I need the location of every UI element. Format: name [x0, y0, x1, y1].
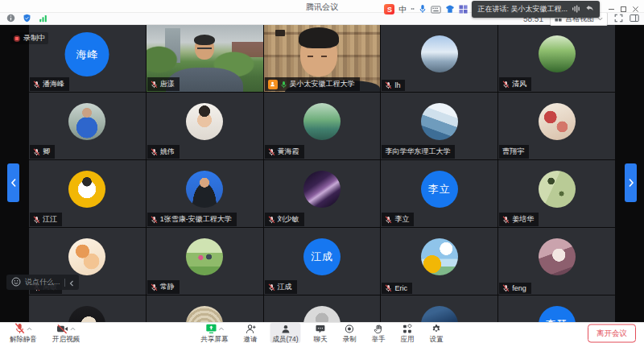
participant-tile[interactable]	[381, 295, 497, 322]
meeting-info-icon[interactable]	[6, 11, 15, 26]
raise-hand-icon	[374, 324, 384, 334]
ime-skin-icon[interactable]	[445, 2, 455, 17]
mic-muted-icon	[151, 216, 158, 224]
participant-tile[interactable]: 姜培华	[498, 160, 615, 227]
participant-grid: 海峰潘海峰唐漾吴小太安徽工程大学lh清风卿姚伟黄海霞李向学华东理工大学曹翔宇江江…	[29, 25, 615, 322]
chevron-up-icon[interactable]	[218, 327, 224, 331]
mic-muted-icon	[151, 283, 158, 291]
participant-tile[interactable]	[264, 295, 381, 322]
participant-tile[interactable]: 清风	[498, 25, 615, 92]
participant-name: 刘少敏	[278, 214, 299, 225]
participant-tile[interactable]: 江江	[29, 160, 146, 227]
toolbar-unmute-label: 解除静音	[10, 336, 37, 343]
participant-name: 1张雪康-安徽工程大学	[160, 214, 232, 225]
participant-tile[interactable]: feng	[498, 228, 615, 295]
mic-active-icon	[280, 81, 287, 89]
participant-name-label: Eric	[382, 283, 412, 294]
invite-icon	[245, 324, 256, 334]
participant-tile[interactable]	[147, 295, 263, 322]
ime-punct-icon[interactable]	[411, 2, 415, 17]
participant-avatar: 海峰	[65, 32, 109, 76]
leave-meeting-button[interactable]: 离开会议	[588, 324, 636, 342]
toolbar-invite-button[interactable]: 邀请	[241, 323, 259, 343]
participant-name-label: 刘少敏	[265, 213, 304, 226]
mic-muted-icon	[151, 148, 158, 156]
participant-tile[interactable]: 姚伟	[147, 93, 263, 159]
participant-name: 黄海霞	[278, 147, 299, 157]
participant-name-label: 卿	[30, 145, 55, 159]
bottom-toolbar: 解除静音开启视频 共享屏幕邀请成员(74)聊天录制举手应用设置 离开会议	[0, 322, 644, 343]
participant-tile[interactable]: 吴小太安徽工程大学	[264, 25, 381, 92]
toolbar-apps-button[interactable]: 应用	[398, 323, 417, 343]
participant-tile[interactable]: 江成江成	[264, 228, 381, 295]
participant-tile[interactable]: 李琴	[498, 295, 615, 322]
participant-name-label: 潘海峰	[30, 77, 69, 91]
participant-tile[interactable]: 曹翔宇	[498, 93, 615, 159]
next-page-button[interactable]	[625, 163, 637, 202]
participant-tile[interactable]: 卿	[29, 93, 146, 159]
mic-muted-icon	[385, 284, 392, 292]
participant-name-label: 常静	[147, 280, 180, 294]
title-bar-right: S 中 正在讲话: 吴小太安徽工程...	[384, 1, 641, 18]
participant-name-label: 李向学华东理工大学	[382, 145, 455, 159]
toolbar-center-group: 共享屏幕邀请成员(74)聊天录制举手应用设置	[198, 323, 445, 343]
participant-name-label: 黄海霞	[265, 145, 304, 159]
participant-tile[interactable]: Eric	[381, 228, 497, 295]
participant-tile[interactable]: 常静	[147, 228, 263, 295]
participant-avatar	[68, 238, 105, 275]
ime-mic-icon[interactable]	[419, 2, 427, 17]
chat-bar-divider	[64, 279, 65, 287]
recording-label: 录制中	[23, 33, 45, 43]
toolbar-record-button[interactable]: 录制	[341, 323, 359, 343]
mic-muted-icon	[502, 284, 510, 292]
participant-tile[interactable]: 1张雪康-安徽工程大学	[147, 160, 263, 227]
participant-name: 曹翔宇	[502, 147, 524, 157]
toolbar-members-button[interactable]: 成员(74)	[270, 323, 300, 343]
quick-chat-bar: 说点什么...	[6, 275, 79, 290]
unmute-icon	[14, 324, 32, 334]
mic-muted-icon	[151, 81, 158, 89]
participant-avatar	[539, 35, 576, 72]
apps-icon	[402, 324, 413, 334]
toolbar-invite-label: 邀请	[243, 336, 257, 343]
chevron-up-icon[interactable]	[70, 327, 76, 331]
toolbar-raise-hand-button[interactable]: 举手	[369, 323, 388, 343]
ime-mode-indicator[interactable]: 中	[398, 4, 407, 15]
participant-avatar: 李立	[421, 171, 458, 208]
participant-tile[interactable]: 李立李立	[381, 160, 497, 227]
toolbar-share-screen-button[interactable]: 共享屏幕	[198, 323, 230, 343]
reply-arrow-icon	[585, 5, 594, 14]
toolbar-chat-button[interactable]: 聊天	[312, 323, 330, 343]
chat-input[interactable]: 说点什么...	[25, 277, 60, 287]
participant-name-label: 吴小太安徽工程大学	[265, 77, 360, 91]
participant-tile[interactable]: 刘少敏	[264, 160, 381, 227]
speaking-tooltip-text: 正在讲话: 吴小太安徽工程...	[477, 4, 568, 14]
participant-tile[interactable]	[29, 295, 146, 322]
participant-avatar	[186, 103, 223, 140]
participant-name: 姜培华	[512, 214, 534, 225]
toolbar-start-video-button[interactable]: 开启视频	[50, 323, 82, 343]
chevron-up-icon[interactable]	[27, 327, 32, 331]
prev-page-button[interactable]	[7, 163, 19, 202]
toolbar-unmute-button[interactable]: 解除静音	[7, 323, 39, 343]
chat-collapse-icon[interactable]	[69, 275, 74, 290]
maximize-button[interactable]	[618, 5, 629, 14]
recording-indicator: 录制中	[10, 32, 48, 44]
participant-avatar: 江成	[303, 238, 341, 275]
network-signal-icon[interactable]	[39, 11, 47, 26]
sogou-ime-icon[interactable]: S	[384, 4, 394, 14]
ime-keyboard-icon[interactable]	[431, 2, 441, 17]
participant-name: 卿	[43, 147, 50, 157]
participant-avatar	[68, 306, 105, 322]
participant-tile[interactable]: 李向学华东理工大学	[381, 93, 497, 159]
minimize-button[interactable]	[606, 5, 617, 14]
participant-tile[interactable]: lh	[381, 25, 497, 92]
participant-name-label: 姚伟	[147, 145, 180, 159]
emoji-icon[interactable]	[11, 275, 21, 290]
participant-tile[interactable]: 唐漾	[147, 25, 263, 92]
close-button[interactable]	[630, 5, 641, 14]
security-shield-icon[interactable]	[23, 11, 31, 26]
participant-tile[interactable]: 黄海霞	[264, 93, 381, 159]
toolbar-settings-button[interactable]: 设置	[427, 323, 446, 343]
ime-toolbox-icon[interactable]	[459, 2, 468, 17]
